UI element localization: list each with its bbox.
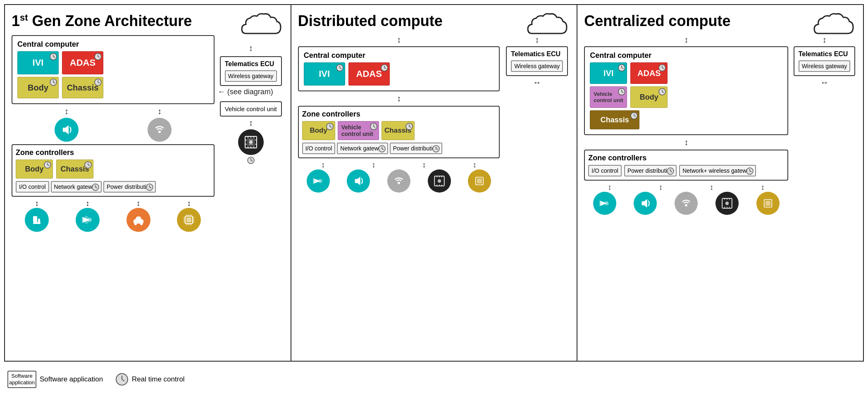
zone-chassis-p1: Chassis bbox=[56, 160, 93, 179]
panel-centralized: Centralized compute ↕ Central computer I… bbox=[577, 5, 863, 361]
io-control-box-p1: I/O control bbox=[16, 181, 49, 193]
zone-modules-p1: Body Chassis bbox=[16, 160, 210, 179]
svg-point-98 bbox=[318, 179, 322, 183]
svg-rect-40 bbox=[186, 217, 191, 222]
panel-1st-gen: 1st Gen Zone Architecture Central comput… bbox=[5, 5, 291, 361]
p1-ba2: ↕ bbox=[86, 199, 89, 208]
svg-point-35 bbox=[88, 218, 92, 222]
ng-p2: Network gateway bbox=[337, 143, 388, 154]
legend-sw-label: Software application bbox=[40, 375, 103, 383]
legend-software: Software application Software applicatio… bbox=[7, 371, 103, 388]
ivi-p2: IVI bbox=[304, 62, 345, 86]
circuit-icon-p1 bbox=[238, 129, 264, 155]
p2-telem-arrow: ↔ bbox=[533, 78, 541, 87]
svg-point-38 bbox=[140, 223, 143, 225]
p1-arrows-row1: ↕ ↕ bbox=[12, 107, 215, 142]
lights2-icon-p2 bbox=[307, 169, 330, 193]
chassis-clock-p1 bbox=[94, 79, 102, 86]
zone-ctrl-label-p3: Zone controllers bbox=[588, 154, 784, 162]
central-computer-label-p2: Central computer bbox=[304, 51, 494, 60]
vcu-p3: Vehicle control unit bbox=[590, 86, 627, 108]
central-computer-box-p1: Central computer IVI bbox=[12, 35, 215, 104]
body-p3: Body bbox=[630, 86, 668, 108]
body-module-p1: Body bbox=[17, 77, 59, 98]
p1-wireless-col: ↕ bbox=[148, 107, 172, 142]
zc-body-p2: Body bbox=[302, 121, 335, 140]
wireless3-icon-p3 bbox=[675, 192, 698, 215]
p1-speaker-col: ↕ bbox=[55, 107, 79, 142]
pd-p3: Power distribution bbox=[624, 165, 677, 176]
ivi-module-p1: IVI bbox=[17, 51, 59, 74]
ivi-p3: IVI bbox=[590, 62, 627, 84]
chassis-p3: Chassis bbox=[590, 110, 639, 129]
zone-ctrl-box-p2: Zone controllers Body Vehicle control un… bbox=[298, 106, 500, 158]
p1-ba1: ↕ bbox=[35, 199, 39, 208]
svg-point-141 bbox=[725, 202, 729, 205]
telematics-label-p1: Telematics ECU bbox=[225, 60, 277, 68]
lights-icon-p1 bbox=[76, 208, 100, 232]
io-ctrl-p3: I/O control bbox=[588, 165, 622, 176]
zone-body-clock-p1 bbox=[44, 161, 51, 169]
pd-p2: Power distribution bbox=[390, 143, 442, 154]
circuit3-icon-p3 bbox=[715, 192, 739, 215]
p2-upper: ↕ Central computer IVI ADAS bbox=[298, 35, 570, 193]
zc-vcu-p2: Vehicle control unit bbox=[338, 121, 379, 140]
svg-marker-99 bbox=[355, 177, 360, 186]
legend-realtime: Real time control bbox=[115, 373, 185, 386]
cc-label-p3: Central computer bbox=[590, 51, 782, 60]
zone-small-boxes-p1: I/O control Network gateway Power distri… bbox=[16, 181, 210, 193]
wireless-icon-p1 bbox=[148, 118, 172, 142]
zone-ctrl-label-p2: Zone controllers bbox=[302, 110, 496, 119]
p2-right: ↕ Telematics ECU Wireless gateway ↔ bbox=[504, 35, 570, 87]
zone-body-p1: Body bbox=[16, 160, 53, 179]
telematics-label-p2: Telematics ECU bbox=[511, 50, 563, 58]
p1-bottom-icons bbox=[12, 208, 215, 232]
body-clock-p1 bbox=[50, 79, 57, 86]
main-container: 1st Gen Zone Architecture Central comput… bbox=[4, 4, 864, 362]
vcu-label-p1: Vehicle control unit bbox=[225, 105, 277, 112]
network-gateway-box-p1: Network gateway bbox=[51, 181, 102, 193]
seat-icon-p1 bbox=[25, 208, 49, 232]
p1-ba3: ↕ bbox=[136, 199, 140, 208]
power-dist-box-p1: Power distribution bbox=[103, 181, 156, 193]
adas-module-p1: ADAS bbox=[62, 51, 103, 74]
p3-upper: ↕ Central computer IVI ADAS bbox=[584, 35, 856, 215]
svg-point-100 bbox=[398, 182, 400, 184]
adas-clock-p1 bbox=[94, 53, 102, 60]
legend-rt-label: Real time control bbox=[132, 375, 185, 383]
central-computer-modules-p1: IVI ADAS bbox=[17, 51, 209, 74]
zone-chassis-clock-p1 bbox=[84, 161, 92, 169]
speaker2-icon-p2 bbox=[347, 169, 370, 193]
lights3-icon-p3 bbox=[593, 192, 616, 215]
svg-point-137 bbox=[605, 202, 608, 205]
vcu-arrow-down-p1: ↕ bbox=[249, 118, 253, 128]
central-computer-label-p1: Central computer bbox=[17, 40, 209, 49]
svg-point-102 bbox=[438, 179, 441, 183]
speaker-icon-p1 bbox=[55, 118, 79, 142]
car-icon-p1 bbox=[126, 208, 150, 232]
speaker3-icon-p3 bbox=[634, 192, 657, 215]
chip-icon-p1 bbox=[177, 208, 201, 232]
svg-point-37 bbox=[134, 223, 137, 225]
vcu-clock-label-p1 bbox=[247, 157, 255, 165]
svg-point-139 bbox=[685, 204, 687, 207]
circuit2-icon-p2 bbox=[428, 169, 451, 193]
central-computer-box-p2: Central computer IVI ADAS bbox=[298, 46, 500, 91]
ivi-clock-p1 bbox=[50, 53, 57, 60]
zone-controllers-box-p1: Zone controllers Body bbox=[12, 144, 215, 197]
cloud-icon-p3 bbox=[810, 11, 856, 40]
p3-right: ↕ Telematics ECU Wireless gateway ↔ bbox=[792, 35, 856, 87]
svg-rect-110 bbox=[477, 179, 482, 183]
wireless-gateway-box-p1: Wireless gateway bbox=[225, 70, 277, 82]
p2-cloud-arrow: ↕ bbox=[298, 35, 500, 45]
h-arrow-p1: ← (see diagram) bbox=[218, 88, 284, 96]
svg-rect-149 bbox=[765, 201, 770, 206]
central-computer-box-p3: Central computer IVI ADAS Vehi bbox=[584, 46, 788, 135]
svg-rect-26 bbox=[33, 216, 37, 222]
svg-marker-138 bbox=[642, 199, 647, 208]
wireless-gw-box-p3: Wireless gateway bbox=[799, 60, 851, 72]
telematics-label-p3: Telematics ECU bbox=[799, 50, 851, 58]
legend-sw-box: Software application bbox=[7, 371, 36, 388]
p1-bottom-arrows: ↕ ↕ ↕ ↕ bbox=[12, 199, 215, 208]
zone-controllers-label-p1: Zone controllers bbox=[16, 148, 210, 157]
